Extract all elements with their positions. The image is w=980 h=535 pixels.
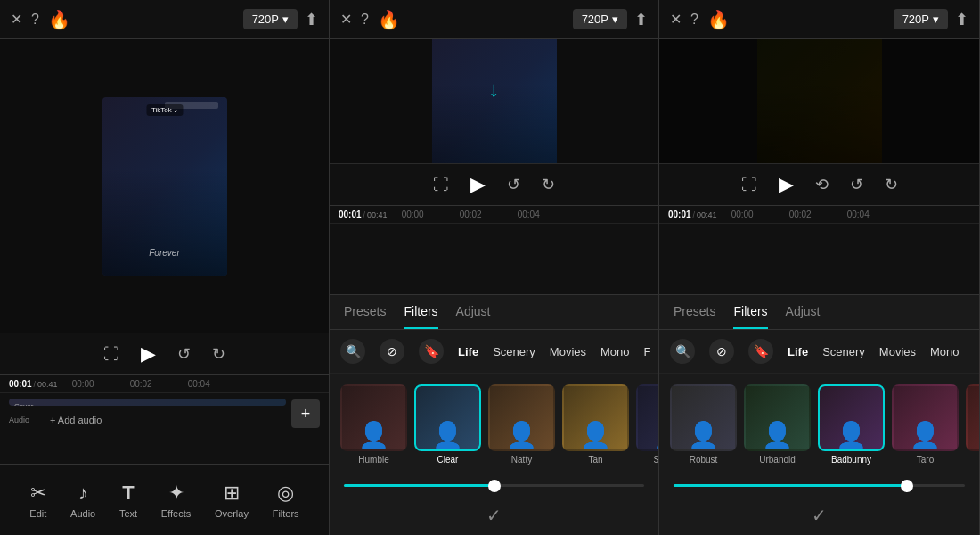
upload-button[interactable]: ⬆ bbox=[305, 10, 318, 29]
add-clip-button[interactable]: + bbox=[291, 399, 320, 428]
category-scenery-2[interactable]: Scenery bbox=[493, 345, 535, 358]
category-movies-2[interactable]: Movies bbox=[550, 345, 586, 358]
toolbar-edit[interactable]: ✂ Edit bbox=[22, 478, 53, 523]
current-time-3: 00:01 bbox=[668, 210, 691, 219]
search-category-icon[interactable]: 🔍 bbox=[340, 339, 365, 364]
filter-label-robust: Robust bbox=[690, 455, 718, 465]
category-life-3[interactable]: Life bbox=[788, 345, 808, 358]
tab-filters-2[interactable]: Filters bbox=[404, 304, 437, 329]
category-life-2[interactable]: Life bbox=[458, 345, 478, 358]
help-button-2[interactable]: ? bbox=[361, 12, 369, 28]
tab-adjust-3[interactable]: Adjust bbox=[786, 304, 821, 329]
magic-wand-button-3[interactable]: ⟲ bbox=[815, 175, 829, 194]
category-mono-3[interactable]: Mono bbox=[930, 345, 960, 358]
close-button-3[interactable]: ✕ bbox=[670, 11, 682, 28]
tracks-wrapper: Cover Audio + Add audio bbox=[9, 399, 286, 429]
category-more-2[interactable]: F bbox=[644, 345, 651, 358]
filter-thumb-vibrant[interactable]: 👤 bbox=[966, 384, 979, 451]
filter-taro[interactable]: 👤 Taro bbox=[892, 384, 959, 465]
filter-tan[interactable]: 👤 Tan bbox=[562, 384, 629, 465]
close-button[interactable]: ✕ bbox=[11, 11, 22, 28]
tab-presets-3[interactable]: Presets bbox=[674, 304, 715, 329]
filter-thumb-shadow[interactable]: 👤 bbox=[636, 384, 658, 451]
search-category-icon-3[interactable]: 🔍 bbox=[670, 339, 695, 364]
resolution-dropdown[interactable]: 720P ▾ bbox=[243, 9, 298, 29]
main-clip[interactable]: Cover bbox=[9, 399, 286, 406]
resolution-dropdown-2[interactable]: 720P ▾ bbox=[573, 9, 627, 29]
filter-slider-2[interactable] bbox=[344, 484, 644, 487]
tab-adjust-2[interactable]: Adjust bbox=[456, 304, 491, 329]
filter-label-tan: Tan bbox=[588, 455, 602, 465]
category-movies-3[interactable]: Movies bbox=[879, 345, 916, 358]
expand-button-3[interactable]: ⛶ bbox=[741, 176, 757, 194]
bookmark-category-icon[interactable]: 🔖 bbox=[419, 339, 444, 364]
slider-thumb-3[interactable] bbox=[901, 480, 913, 492]
add-audio-button[interactable]: + Add audio bbox=[43, 411, 109, 429]
upload-button-2[interactable]: ⬆ bbox=[634, 10, 648, 29]
ban-category-icon[interactable]: ⊘ bbox=[380, 339, 404, 364]
undo-button[interactable]: ↺ bbox=[177, 344, 191, 364]
panel-1-controls: ⛶ ▶ ↺ ↻ bbox=[0, 333, 329, 374]
filter-thumb-badbunny[interactable]: 👤 bbox=[818, 384, 885, 451]
tab-presets-2[interactable]: Presets bbox=[344, 304, 386, 329]
confirm-area-2: ✓ bbox=[330, 496, 658, 535]
filter-thumb-tan[interactable]: 👤 bbox=[562, 384, 629, 451]
panel-3: ✕ ? 🔥 720P ▾ ⬆ TikTok ♪ Forever ⛶ ▶ bbox=[659, 0, 980, 535]
filter-thumb-natty[interactable]: 👤 bbox=[488, 384, 555, 451]
filter-humble[interactable]: 👤 Humble bbox=[340, 384, 407, 465]
tab-filters-3[interactable]: Filters bbox=[733, 304, 767, 329]
time-marker-1: 00:02 bbox=[130, 379, 152, 389]
filter-vibrant[interactable]: 👤 Vibrant II bbox=[966, 384, 979, 465]
ban-category-icon-3[interactable]: ⊘ bbox=[709, 339, 734, 364]
toolbar-audio[interactable]: ♪ Audio bbox=[63, 478, 102, 523]
confirm-check-2[interactable]: ✓ bbox=[486, 505, 502, 526]
filter-badbunny[interactable]: 👤 Badbunny bbox=[818, 384, 885, 465]
play-button-2[interactable]: ▶ bbox=[470, 173, 486, 196]
confirm-check-3[interactable]: ✓ bbox=[812, 505, 827, 526]
expand-button-2[interactable]: ⛶ bbox=[433, 176, 449, 194]
filter-categories-3: 🔍 ⊘ 🔖 Life Scenery Movies Mono bbox=[659, 330, 979, 374]
upload-button-3[interactable]: ⬆ bbox=[955, 10, 968, 29]
confirm-area-3: ✓ bbox=[659, 496, 979, 535]
toolbar-text[interactable]: T Text bbox=[112, 478, 144, 523]
filter-slider-3[interactable] bbox=[674, 484, 965, 487]
bookmark-category-icon-3[interactable]: 🔖 bbox=[748, 339, 773, 364]
filter-thumb-robust[interactable]: 👤 bbox=[670, 384, 737, 451]
filter-clear[interactable]: 👤 Clear bbox=[414, 384, 481, 465]
audio-label: Audio bbox=[9, 416, 36, 424]
toolbar-effects[interactable]: ✦ Effects bbox=[154, 478, 198, 523]
redo-button[interactable]: ↻ bbox=[212, 344, 225, 364]
panel-1-video-thumb: TikTok ♪ Forever bbox=[102, 97, 227, 276]
filter-urbanoid[interactable]: 👤 Urbanoid bbox=[744, 384, 811, 465]
undo-button-3[interactable]: ↺ bbox=[850, 175, 863, 194]
slider-thumb-2[interactable] bbox=[488, 480, 501, 492]
filter-thumb-humble[interactable]: 👤 bbox=[340, 384, 407, 451]
filter-shadow[interactable]: 👤 Shadow bbox=[636, 384, 658, 465]
undo-button-2[interactable]: ↺ bbox=[507, 175, 520, 194]
panel-3-header: ✕ ? 🔥 720P ▾ ⬆ bbox=[659, 0, 979, 39]
filter-thumb-urbanoid[interactable]: 👤 bbox=[744, 384, 811, 451]
category-scenery-3[interactable]: Scenery bbox=[822, 345, 865, 358]
close-button-2[interactable]: ✕ bbox=[340, 11, 352, 28]
panel-2-timeline: 00:01 / 00:41 00:00 00:02 00:04 bbox=[330, 205, 658, 294]
filter-robust[interactable]: 👤 Robust bbox=[670, 384, 737, 465]
expand-button[interactable]: ⛶ bbox=[103, 345, 119, 364]
help-button[interactable]: ? bbox=[31, 12, 39, 28]
filter-grid-3: 👤 Robust 👤 Urbanoid bbox=[659, 374, 979, 475]
category-mono-2[interactable]: Mono bbox=[600, 345, 630, 358]
toolbar-filters[interactable]: ◎ Filters bbox=[265, 478, 306, 523]
filter-thumb-clear[interactable]: 👤 bbox=[414, 384, 481, 451]
redo-button-3[interactable]: ↻ bbox=[885, 175, 898, 194]
current-time: 00:01 bbox=[9, 379, 32, 389]
resolution-dropdown-3[interactable]: 720P ▾ bbox=[894, 9, 948, 29]
panel-1-tracks: Cover Audio + Add audio + bbox=[0, 393, 329, 434]
thumb-inner-vibrant: 👤 bbox=[968, 386, 979, 449]
filter-natty[interactable]: 👤 Natty bbox=[488, 384, 555, 465]
play-button[interactable]: ▶ bbox=[141, 342, 156, 366]
panel-3-ruler: 00:01 / 00:41 00:00 00:02 00:04 bbox=[659, 206, 979, 224]
filter-thumb-taro[interactable]: 👤 bbox=[892, 384, 959, 451]
help-button-3[interactable]: ? bbox=[690, 12, 698, 28]
play-button-3[interactable]: ▶ bbox=[779, 173, 794, 196]
toolbar-overlay[interactable]: ⊞ Overlay bbox=[208, 478, 256, 523]
redo-button-2[interactable]: ↻ bbox=[542, 175, 555, 194]
